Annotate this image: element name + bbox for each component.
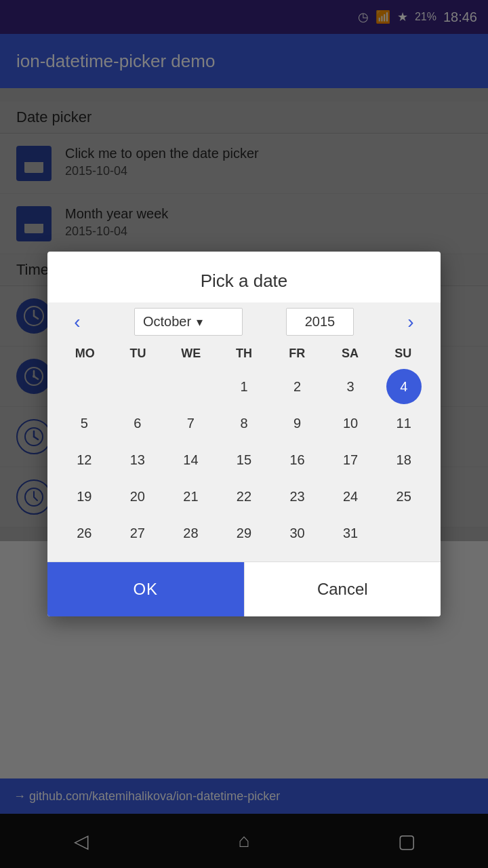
dialog-buttons: OK Cancel xyxy=(47,561,441,616)
day-cell[interactable]: 1 xyxy=(218,369,270,404)
day-cell[interactable]: 5 xyxy=(58,406,110,441)
day-cell[interactable]: 29 xyxy=(218,515,270,551)
day-cell[interactable]: 31 xyxy=(325,515,377,551)
calendar-nav: ‹ October ▾ 2015 › xyxy=(47,302,441,341)
day-cell-empty xyxy=(165,369,217,404)
day-cell[interactable]: 16 xyxy=(271,442,323,477)
day-cell[interactable]: 19 xyxy=(58,479,110,514)
day-cell[interactable]: 30 xyxy=(271,515,323,551)
day-cell[interactable]: 8 xyxy=(218,406,270,441)
day-cell[interactable]: 18 xyxy=(378,442,430,477)
ok-button[interactable]: OK xyxy=(47,562,244,616)
weekday-we: WE xyxy=(165,341,218,366)
month-value: October xyxy=(143,314,191,330)
dropdown-arrow-icon: ▾ xyxy=(197,315,203,330)
month-selector[interactable]: October ▾ xyxy=(134,308,243,336)
day-cell[interactable]: 22 xyxy=(218,479,270,514)
day-cell[interactable]: 13 xyxy=(112,442,164,477)
day-cell[interactable]: 15 xyxy=(218,442,270,477)
next-month-button[interactable]: › xyxy=(397,309,424,336)
day-cell[interactable]: 2 xyxy=(271,369,323,404)
day-cell[interactable]: 17 xyxy=(325,442,377,477)
day-cell[interactable]: 24 xyxy=(325,479,377,514)
calendar-grid: MO TU WE TH FR SA SU 1234567891011121314… xyxy=(47,341,441,561)
day-cell[interactable]: 27 xyxy=(112,515,164,551)
dialog-title: Pick a date xyxy=(47,252,441,302)
day-cell[interactable]: 20 xyxy=(112,479,164,514)
day-cell[interactable]: 4 xyxy=(386,369,422,404)
weekday-th: TH xyxy=(218,341,270,366)
day-cell-empty xyxy=(112,369,164,404)
weekday-tu: TU xyxy=(111,341,164,366)
calendar-days: 1234567891011121314151617181920212223242… xyxy=(58,369,430,551)
day-cell[interactable]: 11 xyxy=(378,406,430,441)
weekday-su: SU xyxy=(377,341,430,366)
day-cell[interactable]: 26 xyxy=(58,515,110,551)
day-cell[interactable]: 14 xyxy=(165,442,217,477)
weekday-mo: MO xyxy=(58,341,111,366)
day-cell[interactable]: 28 xyxy=(165,515,217,551)
day-cell[interactable]: 10 xyxy=(325,406,377,441)
cancel-button[interactable]: Cancel xyxy=(244,562,441,616)
dialog-overlay: Pick a date ‹ October ▾ 2015 › MO TU WE … xyxy=(0,0,488,868)
day-cell[interactable]: 12 xyxy=(58,442,110,477)
day-cell[interactable]: 6 xyxy=(112,406,164,441)
date-picker-dialog: Pick a date ‹ October ▾ 2015 › MO TU WE … xyxy=(47,252,441,616)
year-value: 2015 xyxy=(305,314,336,329)
weekday-sa: SA xyxy=(323,341,376,366)
day-cell[interactable]: 9 xyxy=(271,406,323,441)
day-cell[interactable]: 21 xyxy=(165,479,217,514)
day-cell[interactable]: 3 xyxy=(325,369,377,404)
day-cell[interactable]: 23 xyxy=(271,479,323,514)
weekday-labels: MO TU WE TH FR SA SU xyxy=(58,341,430,366)
prev-month-button[interactable]: ‹ xyxy=(64,309,91,336)
day-cell[interactable]: 25 xyxy=(378,479,430,514)
day-cell[interactable]: 7 xyxy=(165,406,217,441)
day-cell-empty xyxy=(58,369,110,404)
year-selector[interactable]: 2015 xyxy=(286,308,354,336)
weekday-fr: FR xyxy=(270,341,323,366)
